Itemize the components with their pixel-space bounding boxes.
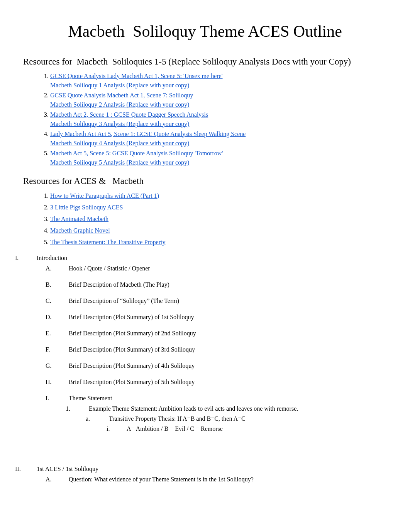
page-title: Macbeth Soliloquy Theme ACES Outline <box>23 19 387 44</box>
outline-text: A= Ambition / B = Evil / C = Remorse <box>127 425 223 432</box>
outline-marker: i. <box>117 424 127 433</box>
outline-marker: E. <box>57 329 69 338</box>
outline-text: Brief Description (Plot Summary) of 2nd … <box>69 330 196 337</box>
resource-link[interactable]: Macbeth Graphic Novel <box>50 227 110 234</box>
resource-link[interactable]: How to Write Paragraphs with ACE (Part 1… <box>50 192 159 199</box>
resource-link[interactable]: Macbeth Act 2, Scene 1 : GCSE Quote Dagg… <box>50 110 387 119</box>
resource-link[interactable]: The Animated Macbeth <box>50 216 108 222</box>
outline-marker: C. <box>57 296 69 306</box>
outline-text: Transitive Property Thesis: If A=B and B… <box>109 415 246 422</box>
outline-item-b: B.Brief Description of Macbeth (The Play… <box>23 280 387 289</box>
outline-text: Theme Statement <box>69 395 112 401</box>
resource-item: Macbeth Act 2, Scene 1 : GCSE Quote Dagg… <box>50 110 387 129</box>
outline-text: Hook / Quote / Statistic / Opener <box>69 265 150 272</box>
outline-sub-a: a.Transitive Property Thesis: If A=B and… <box>23 414 387 423</box>
resource-link[interactable]: GCSE Quote Analysis Lady Macbeth Act 1, … <box>50 71 387 81</box>
spacer <box>23 433 387 461</box>
outline-marker: II. <box>26 464 37 474</box>
outline-marker: I. <box>57 394 69 403</box>
outline-marker: G. <box>57 361 69 371</box>
outline-item-e: E.Brief Description (Plot Summary) of 2n… <box>23 329 387 338</box>
outline-section-first-aces: II.1st ACES / 1st Soliloquy <box>23 464 387 474</box>
resource-link[interactable]: Lady Macbeth Act Act 5, Scene 1: GCSE Qu… <box>50 129 387 139</box>
resource-item: 3 Little Pigs Soliloquy ACES <box>50 202 387 213</box>
outline-text: Brief Description (Plot Summary) of 1st … <box>69 314 194 320</box>
outline-item-iia: A.Question: What evidence of your Theme … <box>23 475 387 484</box>
outline-sub-1: 1.Example Theme Statement: Ambition lead… <box>23 404 387 413</box>
outline-item-g: G.Brief Description (Plot Summary) of 4t… <box>23 361 387 371</box>
outline-marker: H. <box>57 377 69 387</box>
resource-item: The Thesis Statement: The Transitive Pro… <box>50 236 387 248</box>
outline-sub-i: i.A= Ambition / B = Evil / C = Remorse <box>23 424 387 433</box>
outline-item-f: F.Brief Description (Plot Summary) of 3r… <box>23 345 387 354</box>
resource-item: The Animated Macbeth <box>50 213 387 225</box>
resource-link[interactable]: Macbeth Act 5, Scene 5: GCSE Quote Analy… <box>50 149 387 158</box>
resources-list-2: How to Write Paragraphs with ACE (Part 1… <box>23 190 387 248</box>
outline-text: Brief Description (Plot Summary) of 3rd … <box>69 346 195 353</box>
resource-link[interactable]: GCSE Quote Analysis Macbeth Act 1, Scene… <box>50 91 387 100</box>
resource-item: GCSE Quote Analysis Macbeth Act 1, Scene… <box>50 90 387 110</box>
resource-link[interactable]: Macbeth Soliloquy 3 Analysis (Replace wi… <box>50 119 387 129</box>
outline-item-i: I.Theme Statement <box>23 394 387 403</box>
outline-text: Question: What evidence of your Theme St… <box>69 476 254 483</box>
resources-list-1: GCSE Quote Analysis Lady Macbeth Act 1, … <box>23 71 387 168</box>
outline-marker: 1. <box>77 404 89 413</box>
resource-item: Macbeth Act 5, Scene 5: GCSE Quote Analy… <box>50 148 387 168</box>
outline-marker: B. <box>57 280 69 289</box>
outline-text: Example Theme Statement: Ambition leads … <box>89 405 298 412</box>
outline-text: Brief Description (Plot Summary) of 4th … <box>69 362 195 369</box>
outline-marker: A. <box>57 264 69 273</box>
resource-link[interactable]: 3 Little Pigs Soliloquy ACES <box>50 204 123 211</box>
outline-text: Brief Description of Macbeth (The Play) <box>69 281 169 288</box>
outline-item-a: A.Hook / Quote / Statistic / Opener <box>23 264 387 273</box>
outline-text: 1st ACES / 1st Soliloquy <box>37 466 98 472</box>
section-heading-resources-2: Resources for ACES & Macbeth <box>23 175 387 188</box>
outline: I.Introduction A.Hook / Quote / Statisti… <box>23 253 387 484</box>
outline-text: Introduction <box>37 255 67 261</box>
resource-link[interactable]: Macbeth Soliloquy 2 Analysis (Replace wi… <box>50 100 387 109</box>
resource-item: GCSE Quote Analysis Lady Macbeth Act 1, … <box>50 71 387 90</box>
outline-marker: F. <box>57 345 69 354</box>
resource-item: How to Write Paragraphs with ACE (Part 1… <box>50 190 387 202</box>
resource-link[interactable]: Macbeth Soliloquy 5 Analysis (Replace wi… <box>50 158 387 167</box>
resource-link[interactable]: Macbeth Soliloquy 1 Analysis (Replace wi… <box>50 81 387 90</box>
outline-marker: A. <box>57 475 69 484</box>
outline-marker: a. <box>97 414 109 423</box>
resource-link[interactable]: Macbeth Soliloquy 4 Analysis (Replace wi… <box>50 139 387 148</box>
outline-item-c: C.Brief Description of “Soliloquy” (The … <box>23 296 387 306</box>
outline-section-introduction: I.Introduction <box>23 253 387 263</box>
outline-text: Brief Description (Plot Summary) of 5th … <box>69 379 195 385</box>
resource-item: Lady Macbeth Act Act 5, Scene 1: GCSE Qu… <box>50 129 387 148</box>
outline-marker: D. <box>57 313 69 322</box>
resource-item: Macbeth Graphic Novel <box>50 225 387 236</box>
outline-item-h: H.Brief Description (Plot Summary) of 5t… <box>23 377 387 387</box>
outline-text: Brief Description of “Soliloquy” (The Te… <box>69 297 179 304</box>
outline-marker: I. <box>26 253 37 263</box>
resource-link[interactable]: The Thesis Statement: The Transitive Pro… <box>50 239 166 245</box>
section-heading-resources-1: Resources for Macbeth Soliloquies 1-5 (R… <box>23 55 387 69</box>
outline-item-d: D.Brief Description (Plot Summary) of 1s… <box>23 313 387 322</box>
